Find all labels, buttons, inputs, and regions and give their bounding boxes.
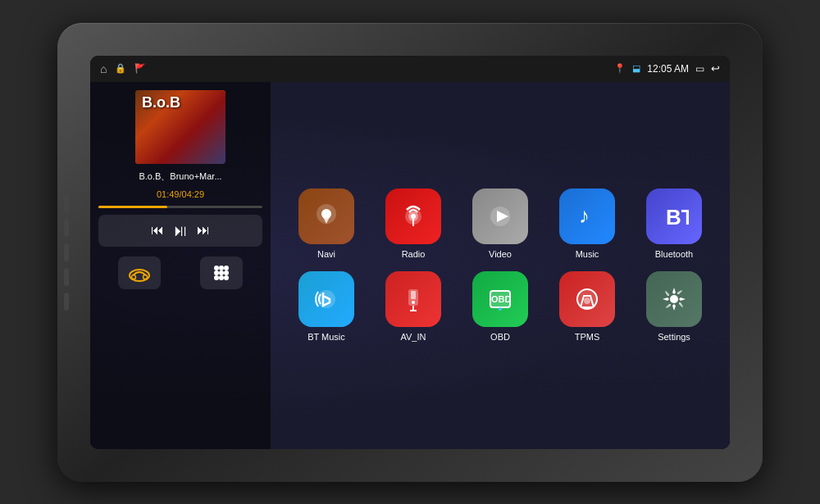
obd-icon: OBD	[472, 271, 528, 327]
svg-point-2	[144, 275, 148, 279]
avin-icon	[385, 271, 441, 327]
video-label: Video	[489, 249, 512, 259]
car-head-unit: ⌂ 🔒 🚩 📍 ⬓ 12:05 AM ▭ ↩ B.o.B	[57, 23, 763, 482]
svg-point-5	[224, 266, 229, 270]
status-bar: ⌂ 🔒 🚩 📍 ⬓ 12:05 AM ▭ ↩	[90, 56, 730, 82]
obd-svg: OBD	[485, 284, 515, 314]
track-title: B.o.B、Bruno+Mar...	[98, 170, 262, 183]
app-navi[interactable]: Navi	[294, 188, 359, 259]
svg-point-33	[670, 295, 678, 303]
svg-text:♪: ♪	[579, 203, 590, 228]
car-icon	[128, 264, 151, 282]
bluetooth-app-icon: BT	[646, 188, 702, 244]
home-icon: ⌂	[100, 62, 107, 75]
side-btn-3[interactable]	[64, 243, 69, 261]
side-btn-1[interactable]	[64, 194, 69, 212]
svg-point-10	[219, 275, 224, 280]
total-time: 04:29	[182, 189, 205, 199]
album-art-label: B.o.B	[142, 94, 180, 111]
svg-point-1	[132, 275, 136, 279]
app-bluetooth[interactable]: BT Bluetooth	[641, 188, 707, 259]
status-right-icons: 📍 ⬓ 12:05 AM ▭ ↩	[614, 62, 720, 75]
track-time: 01:49/04:29	[98, 189, 262, 199]
svg-point-9	[214, 275, 219, 280]
bluetooth-label: Bluetooth	[655, 249, 693, 259]
btmusic-icon	[298, 271, 354, 327]
app-avin[interactable]: AV_IN	[380, 271, 446, 342]
svg-point-6	[214, 270, 219, 275]
bluetooth-status-icon: ⬓	[632, 63, 640, 74]
side-buttons	[64, 194, 69, 311]
svg-point-29	[499, 307, 502, 311]
app-tpms[interactable]: TPMS	[554, 271, 620, 342]
navi-label: Navi	[317, 249, 335, 259]
radio-icon	[385, 188, 441, 244]
avin-label: AV_IN	[401, 332, 426, 342]
location-icon: 📍	[614, 63, 626, 74]
music-icon: ♪	[559, 188, 615, 244]
app-radio[interactable]: Radio	[380, 188, 446, 259]
music-player-panel: B.o.B B.o.B、Bruno+Mar... 01:49/04:29 ⏮ ⏯…	[90, 82, 271, 449]
current-time: 01:49	[157, 189, 180, 199]
progress-bar[interactable]	[98, 206, 262, 208]
video-svg	[485, 202, 515, 231]
app-row-2: BT Music AV_IN	[287, 271, 713, 342]
album-art: B.o.B	[135, 90, 226, 164]
tpms-svg	[572, 284, 602, 314]
prev-button[interactable]: ⏮	[151, 223, 164, 238]
side-btn-4[interactable]	[64, 268, 69, 286]
svg-point-11	[224, 275, 229, 280]
navi-pin-svg	[312, 202, 341, 231]
music-label: Music	[576, 249, 599, 259]
svg-point-32	[584, 297, 590, 304]
app-grid-panel: Navi Ra	[271, 82, 730, 449]
settings-label: Settings	[658, 332, 690, 342]
playback-controls: ⏮ ⏯ ⏭	[98, 215, 262, 247]
bottom-quick-icons	[98, 257, 262, 289]
app-music[interactable]: ♪ Music	[554, 188, 620, 259]
screen: ⌂ 🔒 🚩 📍 ⬓ 12:05 AM ▭ ↩ B.o.B	[90, 56, 730, 449]
app-btmusic[interactable]: BT Music	[294, 271, 359, 342]
next-button[interactable]: ⏭	[197, 223, 210, 238]
radio-svg	[399, 202, 428, 231]
svg-point-22	[317, 290, 335, 308]
main-content: B.o.B B.o.B、Bruno+Mar... 01:49/04:29 ⏮ ⏯…	[90, 82, 730, 449]
svg-text:BT: BT	[666, 205, 689, 229]
car-icon-btn[interactable]	[118, 257, 161, 289]
svg-rect-24	[411, 291, 416, 299]
avin-svg	[399, 284, 428, 314]
app-settings[interactable]: Settings	[641, 271, 707, 342]
play-pause-button[interactable]: ⏯	[172, 221, 189, 240]
side-btn-5[interactable]	[64, 293, 69, 311]
app-row-1: Navi Ra	[287, 188, 713, 259]
flag-icon: 🚩	[134, 63, 146, 74]
btmusic-svg	[312, 284, 341, 314]
apps-icon-btn[interactable]	[200, 257, 243, 289]
bt-svg: BT	[659, 202, 689, 231]
svg-point-26	[412, 301, 415, 304]
navi-icon	[298, 188, 354, 244]
back-icon[interactable]: ↩	[711, 62, 720, 75]
svg-point-8	[224, 270, 229, 275]
radio-label: Radio	[402, 249, 426, 259]
svg-point-7	[219, 270, 224, 275]
side-btn-2[interactable]	[64, 219, 69, 237]
app-obd[interactable]: OBD OBD	[467, 271, 533, 342]
settings-icon	[646, 271, 702, 327]
btmusic-label: BT Music	[308, 332, 345, 342]
svg-text:OBD: OBD	[491, 294, 512, 304]
status-left-icons: ⌂ 🔒 🚩	[100, 62, 146, 75]
progress-fill	[98, 206, 167, 208]
battery-icon: ▭	[695, 63, 704, 75]
clock: 12:05 AM	[647, 63, 689, 75]
svg-point-3	[214, 266, 219, 270]
svg-point-16	[411, 214, 416, 219]
obd-label: OBD	[490, 332, 510, 342]
svg-point-4	[219, 266, 224, 270]
apps-grid-icon	[210, 261, 233, 284]
lock-icon: 🔒	[115, 63, 126, 74]
video-icon	[472, 188, 528, 244]
music-svg: ♪	[572, 202, 602, 231]
settings-svg	[659, 284, 689, 314]
app-video[interactable]: Video	[467, 188, 533, 259]
